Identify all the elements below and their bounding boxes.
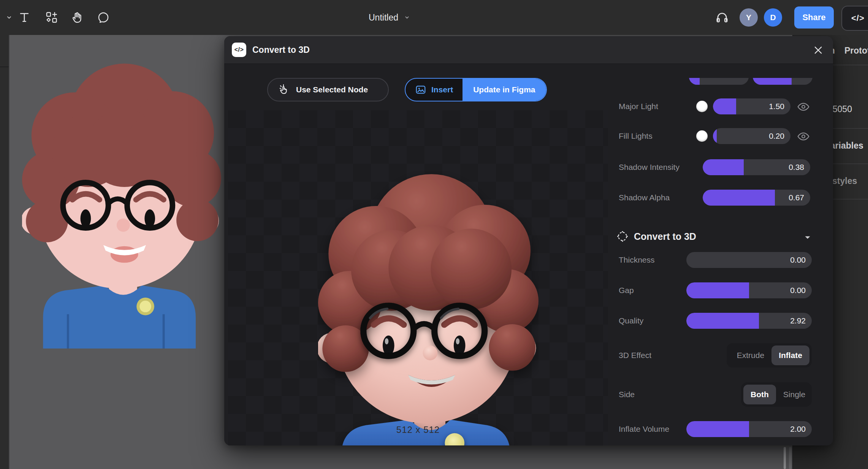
file-title-menu[interactable]: Untitled [353, 0, 426, 35]
preview-resolution-caption: 512 x 512 [228, 425, 608, 435]
canvas-scrollbar[interactable] [784, 447, 786, 469]
slider-row-gap: Gap 0.00 [616, 282, 813, 299]
light-color-swatch[interactable] [696, 101, 708, 112]
slider-row-inflate-volume: Inflate Volume 2.00 [616, 421, 813, 437]
fill-lights-slider[interactable]: 0.20 [713, 128, 790, 144]
left-panel-divider [0, 67, 9, 67]
menu-chevron-icon[interactable] [2, 10, 17, 25]
share-button[interactable]: Share [794, 6, 834, 29]
light-color-swatch[interactable] [696, 130, 708, 142]
controls-scroll-area[interactable]: Major Light 1.50 Fill Lights 0.20 Shadow… [616, 78, 813, 444]
scrolled-slider-left[interactable] [689, 78, 749, 85]
convert-to-3d-section-header[interactable]: Convert to 3D [616, 228, 813, 245]
row-3d-effect: 3D Effect Extrude Inflate [616, 343, 813, 368]
eye-icon[interactable] [797, 130, 810, 143]
title-chevron-icon [404, 14, 410, 21]
shadow-intensity-slider[interactable]: 0.38 [703, 159, 810, 175]
avatar-d[interactable]: D [764, 8, 782, 27]
3d-preview-viewport[interactable] [228, 110, 608, 445]
slider-row-fill-lights: Fill Lights 0.20 [616, 128, 813, 144]
slider-row-shadow-alpha: Shadow Alpha 0.67 [616, 189, 813, 206]
dev-mode-icon: </> [842, 13, 865, 23]
row-side: Side Both Single [616, 382, 813, 407]
effect-segmented-control: Extrude Inflate [727, 343, 812, 368]
hand-tool-icon[interactable] [69, 10, 84, 25]
panel-edge-line [789, 447, 792, 469]
slider-row-major-light: Major Light 1.50 [616, 98, 813, 115]
comment-tool-icon[interactable] [96, 10, 111, 25]
left-panel-edge[interactable] [0, 35, 10, 469]
slider-row-thickness: Thickness 0.00 [616, 252, 813, 268]
slider-row-quality: Quality 2.92 [616, 312, 813, 329]
modal-title: Convert to 3D [252, 36, 310, 63]
quality-slider[interactable]: 2.92 [686, 313, 812, 329]
panel-styles-label[interactable]: styles [832, 176, 857, 186]
shadow-alpha-slider[interactable]: 0.67 [703, 190, 810, 206]
dev-mode-toggle[interactable]: </> [841, 6, 868, 31]
insert-update-segmented-control: Insert Update in Figma [405, 78, 547, 101]
section-collapse-chevron-icon[interactable] [803, 233, 812, 242]
image-icon [415, 84, 426, 95]
slider-row-shadow-intensity: Shadow Intensity 0.38 [616, 159, 813, 176]
effect-option-extrude[interactable]: Extrude [730, 345, 771, 365]
tab-prototype[interactable]: Prototype [844, 46, 868, 56]
top-toolbar: Untitled Y D Share </> [0, 0, 868, 35]
convert-to-3d-modal: </> Convert to 3D Use Selected Node Inse… [224, 36, 833, 445]
major-light-slider[interactable]: 1.50 [713, 98, 790, 114]
use-selected-node-button[interactable]: Use Selected Node [267, 78, 389, 101]
3d-avatar-render [318, 171, 539, 445]
update-in-figma-tab[interactable]: Update in Figma [463, 79, 546, 101]
inflate-volume-slider[interactable]: 2.00 [686, 421, 812, 437]
eye-icon[interactable] [797, 100, 810, 114]
effect-option-inflate[interactable]: Inflate [771, 345, 809, 365]
gap-slider[interactable]: 0.00 [686, 282, 812, 298]
tap-hand-icon [278, 84, 290, 96]
huddle-headphones-icon[interactable] [714, 10, 730, 25]
insert-tab[interactable]: Insert [405, 79, 463, 101]
plugin-icon: </> [232, 43, 246, 57]
convert-3d-icon [616, 230, 629, 242]
close-icon[interactable] [813, 44, 824, 56]
file-title: Untitled [369, 13, 398, 23]
scrolled-slider-right[interactable] [753, 78, 813, 85]
modal-header[interactable]: </> Convert to 3D [224, 36, 833, 64]
canvas-avatar-illustration[interactable] [22, 61, 221, 349]
thickness-slider[interactable]: 0.00 [686, 252, 812, 268]
text-tool-icon[interactable] [17, 10, 32, 25]
avatar-y[interactable]: Y [740, 8, 758, 27]
side-option-single[interactable]: Single [776, 385, 813, 404]
side-option-both[interactable]: Both [743, 385, 776, 404]
resources-tool-icon[interactable] [44, 10, 59, 25]
side-segmented-control: Both Single [741, 382, 812, 407]
